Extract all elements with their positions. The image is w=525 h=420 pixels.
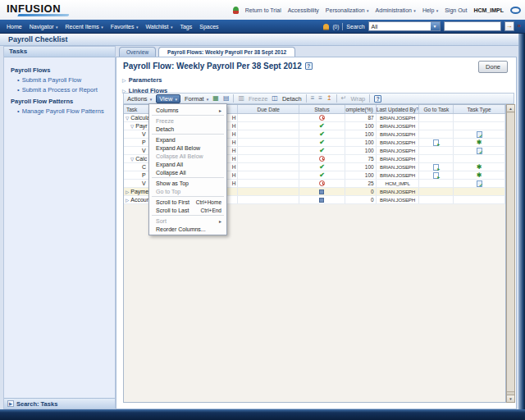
- divider: [342, 23, 343, 30]
- chevron-down-icon: ▾: [435, 8, 438, 13]
- expand-all-below-icon[interactable]: ≡: [318, 95, 322, 102]
- search-tasks-expand-icon[interactable]: ▶: [7, 400, 14, 407]
- menu-item-scroll-to-last[interactable]: Scroll to LastCtrl+End: [149, 206, 226, 214]
- go-to-task-icon[interactable]: [433, 139, 439, 146]
- table-scrollbar[interactable]: ▲ ▼: [506, 104, 515, 403]
- last-updated-by-cell: BRIAN.JOSEPH: [377, 114, 420, 121]
- sidebar-link-manage-payroll-flow-patterns[interactable]: Manage Payroll Flow Patterns: [17, 107, 112, 115]
- flow-title: Payroll Flow: Weekly Payroll Per 38 Sept…: [123, 62, 302, 71]
- status-not-started-icon: [319, 198, 324, 203]
- title-help-icon[interactable]: ?: [305, 62, 313, 70]
- topbar-link-personalization[interactable]: Personalization ▾: [326, 7, 369, 13]
- go-to-task-cell: [419, 163, 454, 171]
- menu-item-collapse-all-below: Collapse All Below: [149, 152, 226, 160]
- nav-item-home[interactable]: Home: [7, 24, 22, 30]
- task-type-cell: [454, 122, 505, 130]
- topbar-link-administration[interactable]: Administration ▾: [376, 7, 416, 13]
- column-header-status[interactable]: Status: [299, 105, 345, 113]
- tree-collapsed-icon[interactable]: ▷: [126, 198, 129, 203]
- task-type-cell: ✱: [454, 171, 505, 179]
- column-header-task-type[interactable]: Task Type: [454, 105, 505, 113]
- column-help-icon[interactable]: ?: [416, 107, 418, 112]
- nav-item-watchlist[interactable]: Watchlist ▾: [145, 24, 172, 30]
- topbar-link-help[interactable]: Help ▾: [422, 7, 438, 13]
- column-header-go-to-task[interactable]: Go to Task: [419, 105, 454, 113]
- tree-collapsed-icon[interactable]: ▷: [126, 189, 129, 194]
- menu-item-collapse-all[interactable]: Collapse All: [149, 168, 226, 176]
- collapse-all-below-icon[interactable]: ≡: [311, 95, 315, 102]
- parameters-section-toggle[interactable]: ▷ Parameters: [122, 76, 162, 84]
- go-to-task-icon[interactable]: [433, 172, 439, 179]
- parameters-label: Parameters: [129, 76, 162, 84]
- column-header-label: Go to Task: [423, 107, 449, 112]
- menu-item-expand-all[interactable]: Expand All: [149, 160, 226, 168]
- sidebar-link-submit-a-process-or-report[interactable]: Submit a Process or Report: [17, 86, 112, 94]
- scrollbar-thumb[interactable]: [507, 113, 514, 392]
- menu-item-columns[interactable]: Columns▸: [149, 106, 226, 114]
- freeze-button: Freeze: [249, 95, 267, 103]
- menu-item-detach[interactable]: Detach: [149, 125, 226, 133]
- menu-item-scroll-to-first[interactable]: Scroll to FirstCtrl+Home: [149, 198, 226, 206]
- menu-item-show-as-top[interactable]: Show as Top: [149, 179, 226, 187]
- topbar-link-sign-out[interactable]: Sign Out: [445, 7, 467, 13]
- wrap-icon: ↵: [341, 95, 347, 102]
- nav-item-navigator[interactable]: Navigator ▾: [30, 24, 58, 30]
- divider: [306, 94, 307, 103]
- freeze-icon: ▥: [238, 95, 244, 102]
- menu-item-reorder-columns-[interactable]: Reorder Columns...: [149, 225, 226, 233]
- chevron-down-icon[interactable]: ▼: [431, 22, 440, 30]
- page-frame-bottom: [0, 409, 525, 420]
- actions-menu-button[interactable]: Actions ▾: [127, 95, 152, 103]
- sidebar-search-tasks[interactable]: ▶ Search: Tasks: [4, 398, 115, 409]
- complete-cell: 0: [345, 188, 377, 195]
- complete-value: 100: [365, 131, 374, 137]
- tab-payroll-flow[interactable]: Payroll Flows: Weekly Payroll Per 38 Sep…: [158, 47, 295, 57]
- format-menu-button[interactable]: Format ▾: [185, 95, 208, 103]
- tree-expanded-icon[interactable]: ▽: [130, 157, 134, 162]
- go-up-icon[interactable]: ↥: [326, 95, 332, 102]
- nav-item-tags[interactable]: Tags: [180, 24, 192, 30]
- export-to-excel-icon[interactable]: ▦: [212, 95, 219, 102]
- menu-item-label: Collapse All Below: [156, 153, 203, 159]
- table-toolbar: Actions ▾ View ▾ Format ▾ ▦ ▤ ▥ Freeze ◫…: [123, 93, 514, 104]
- menu-item-expand[interactable]: Expand: [149, 135, 226, 144]
- column-header-complete-[interactable]: Complete(%): [345, 105, 377, 113]
- nav-item-favorites[interactable]: Favorites ▾: [111, 24, 139, 30]
- column-header-last-updated-by[interactable]: Last Updated By ?: [377, 105, 420, 113]
- go-to-task-cell: [419, 130, 454, 138]
- search-go-button[interactable]: →: [504, 21, 514, 31]
- task-type-cell: [454, 147, 505, 154]
- notifications-bell-icon[interactable]: [323, 24, 329, 29]
- tree-expanded-icon[interactable]: ▽: [126, 116, 129, 121]
- complete-cell: 100: [345, 139, 377, 146]
- nav-item-recent-items[interactable]: Recent Items ▾: [66, 24, 103, 30]
- topbar-link-return-to-trial[interactable]: Return to Trial: [245, 7, 281, 13]
- menu-separator: [152, 134, 224, 135]
- scrollbar-down-icon[interactable]: ▼: [507, 395, 514, 402]
- go-to-task-icon[interactable]: [433, 164, 439, 171]
- detach-button[interactable]: Detach: [282, 95, 302, 103]
- search-input[interactable]: [444, 21, 501, 31]
- submenu-arrow-icon: ▸: [219, 107, 221, 113]
- topbar-link-accessibility[interactable]: Accessibility: [288, 7, 319, 13]
- go-to-task-cell: [419, 114, 454, 121]
- tab-overview[interactable]: Overview: [119, 47, 156, 57]
- parameters-expand-icon[interactable]: ▷: [122, 77, 126, 83]
- last-updated-by-cell: BRIAN.JOSEPH: [377, 171, 420, 179]
- menu-item-expand-all-below[interactable]: Expand All Below: [149, 144, 226, 152]
- query-by-example-icon[interactable]: ▤: [223, 95, 230, 102]
- column-header-due-date[interactable]: Due Date: [238, 105, 299, 113]
- tree-expanded-icon[interactable]: ▽: [130, 124, 134, 129]
- task-label: P: [142, 139, 146, 145]
- menu-item-label: Sort: [156, 218, 167, 224]
- sidebar-link-submit-a-payroll-flow[interactable]: Submit a Payroll Flow: [17, 76, 112, 84]
- toolbar-help-icon[interactable]: ?: [374, 95, 381, 103]
- go-to-task-cell: [419, 155, 454, 162]
- search-scope-select[interactable]: All ▼: [368, 21, 441, 31]
- view-menu-button[interactable]: View ▾: [156, 94, 180, 103]
- done-button[interactable]: Done: [478, 61, 508, 73]
- scrollbar-up-icon[interactable]: ▲: [507, 105, 514, 112]
- nav-item-spaces[interactable]: Spaces: [199, 24, 218, 30]
- go-to-task-cell: [419, 180, 454, 187]
- advanced-search-icon[interactable]: »: [518, 23, 521, 30]
